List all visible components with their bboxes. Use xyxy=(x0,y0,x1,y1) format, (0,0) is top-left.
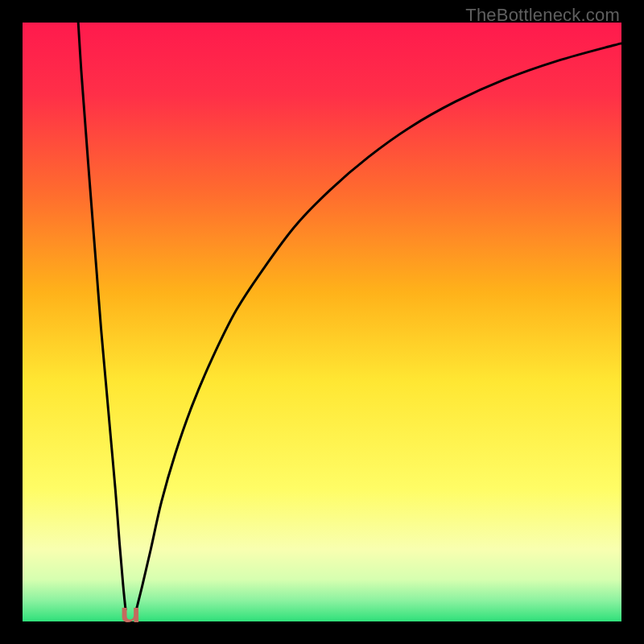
watermark-text: TheBottleneck.com xyxy=(465,5,620,26)
curve-right-branch xyxy=(136,43,621,609)
min-marker: u xyxy=(120,597,141,628)
curve-layer xyxy=(23,23,621,621)
plot-area: u xyxy=(23,23,621,621)
curve-left-branch xyxy=(78,23,126,609)
